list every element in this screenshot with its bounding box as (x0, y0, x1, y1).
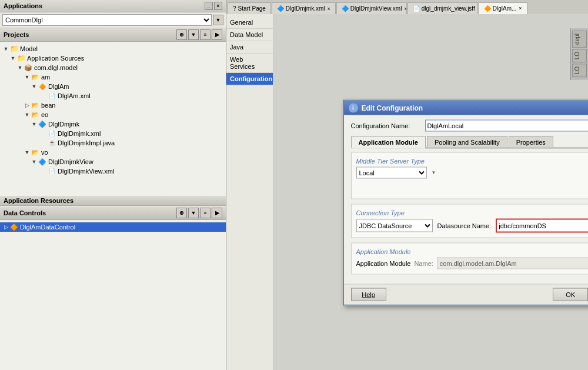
tab-close-dmjmk[interactable]: × (328, 6, 330, 12)
xml-icon-dmjmk: 📄 (47, 129, 56, 138)
dialog-tab-properties[interactable]: Properties (509, 136, 553, 147)
content-area: General Data Model Java Web Services Con… (226, 14, 588, 370)
search-project-btn[interactable]: ⊕ (176, 29, 187, 40)
tab-icon-start: ? (233, 5, 236, 12)
bean-icon: 📂 (31, 101, 40, 109)
tree-item-package[interactable]: ▼ 📦 com.dlgl.model (0, 63, 226, 72)
tab-label-dmjmk: DlglDmjmk.xml (286, 5, 325, 12)
datasource-name-input[interactable] (497, 219, 588, 231)
tree-item-eo[interactable]: ▼ 📂 eo (0, 110, 226, 119)
conn-section-label: Connection Type (356, 209, 589, 216)
ok-button[interactable]: OK (553, 288, 588, 301)
label-bean: bean (41, 102, 55, 109)
expander-am[interactable]: ▼ (24, 74, 31, 81)
expander-model[interactable]: ▼ (2, 45, 9, 52)
tab-close-dmjmkview[interactable]: × (404, 6, 406, 12)
tree-item-vo[interactable]: ▼ 📂 vo (0, 148, 226, 157)
dialog-tab-app-module[interactable]: Application Module (351, 136, 426, 148)
expander-bean[interactable]: ▷ (24, 102, 31, 109)
tab-close-dlglam[interactable]: × (519, 5, 522, 11)
app-module-section-label: Application Module (356, 248, 589, 255)
package-icon: 📦 (24, 64, 33, 72)
filter-btn[interactable]: ▼ (188, 29, 199, 40)
sort-dc-btn[interactable]: ≡ (200, 208, 211, 218)
label-dlgldmjmk-java: DlglDmjmkImpl.java (58, 139, 115, 146)
more-dc-btn[interactable]: ▶ (212, 208, 222, 218)
nav-data-model[interactable]: Data Model (226, 29, 273, 41)
tier-dropdown-icon: ▼ (430, 169, 437, 176)
expander-app-sources[interactable]: ▼ (9, 55, 16, 62)
app-module-row: Application Module Name: (356, 257, 589, 269)
tab-icon-dmjmkview: 🔷 (342, 5, 349, 12)
tree-item-am[interactable]: ▼ 📂 am (0, 72, 226, 82)
tree-item-bean[interactable]: ▷ 📂 bean (0, 101, 226, 110)
left-nav: General Data Model Java Web Services Con… (226, 14, 273, 370)
content-main: depl LO LO i Edit Configuration × (273, 14, 588, 370)
label-app-sources: Application Sources (27, 55, 84, 62)
conn-type-select[interactable]: JDBC DataSource (356, 219, 433, 232)
expander-package[interactable]: ▼ (16, 64, 24, 71)
sort-btn[interactable]: ≡ (200, 29, 211, 40)
more-btn[interactable]: ▶ (212, 29, 222, 40)
tree-item-dlgldmjmkview-xml[interactable]: ▷ 📄 DlglDmjmkView.xml (0, 166, 226, 176)
tree-item-dlglam[interactable]: ▼ 🔶 DlglAm (0, 82, 226, 91)
nav-web-services[interactable]: Web Services (226, 54, 273, 73)
tree-item-dlgldmjmk-java[interactable]: ▷ ☕ DlglDmjmkImpl.java (0, 138, 226, 148)
tree-item-dlgldmjmkview[interactable]: ▼ 🔷 DlglDmjmkView (0, 157, 226, 166)
help-button[interactable]: Help (351, 288, 386, 301)
app-module-field-label: Application Module (356, 259, 411, 266)
expander-dc[interactable]: ▷ (2, 224, 9, 231)
tree-item-dlgldmjmk[interactable]: ▼ 🔷 DlglDmjmk (0, 119, 226, 129)
tab-jsff[interactable]: 📄 dlgl_dmjmk_view.jsff × (407, 2, 478, 14)
tree-item-app-sources[interactable]: ▼ 📁 Application Sources (0, 54, 226, 63)
config-name-label: Configuration Name: (351, 122, 422, 129)
search-dc-btn[interactable]: ⊕ (176, 208, 187, 218)
tab-dlgldmjmkview-xml[interactable]: 🔷 DlglDmjmkView.xml × (336, 2, 407, 14)
minimize-btn[interactable]: _ (205, 2, 213, 10)
am-file-icon: 🔶 (38, 82, 47, 91)
nav-java[interactable]: Java (226, 41, 273, 54)
eo-file-icon: 🔷 (38, 120, 47, 128)
app-resources-label: Application Resources (4, 197, 74, 204)
vo-file-icon: 🔷 (38, 158, 47, 166)
expander-dlgldmjmk[interactable]: ▼ (31, 121, 38, 128)
nav-general[interactable]: General (226, 16, 273, 29)
tab-dlgldmjmk-xml[interactable]: 🔷 DlglDmjmk.xml × (272, 2, 336, 14)
edit-configuration-dialog: i Edit Configuration × Configuration Nam… (343, 99, 589, 305)
tree-item-dlgldmjmk-xml[interactable]: ▷ 📄 DlglDmjmk.xml (0, 129, 226, 138)
nav-configuration[interactable]: Configuration (226, 73, 273, 85)
dropdown-arrow-btn[interactable]: ▼ (213, 15, 223, 25)
tab-dlglam[interactable]: 🔶 DlglAm... × (479, 2, 527, 14)
folder-icon-app-sources: 📁 (16, 54, 26, 62)
tab-icon-dmjmk: 🔷 (277, 5, 284, 12)
dialog-tab-pooling[interactable]: Pooling and Scalability (427, 136, 507, 147)
expander-eo[interactable]: ▼ (24, 111, 31, 118)
vo-icon: 📂 (31, 148, 40, 156)
label-model: Model (20, 45, 38, 52)
close-left-panel-btn[interactable]: × (214, 2, 222, 10)
conn-row: JDBC DataSource Datasource Name: ▼ (356, 218, 589, 232)
label-package: com.dlgl.model (34, 64, 78, 71)
config-name-input[interactable] (425, 119, 589, 131)
application-select[interactable]: CommonDlgl (2, 14, 212, 26)
tab-close-jsff[interactable]: × (477, 6, 478, 12)
label-dlgldmjmk-xml: DlglDmjmk.xml (58, 130, 101, 137)
tier-type-select[interactable]: Local (356, 166, 427, 178)
tree-item-data-control[interactable]: ▷ 🔶 DlglAmDataControl (0, 222, 226, 232)
conn-section: Connection Type JDBC DataSource Datasour… (351, 204, 589, 238)
tree-item-model[interactable]: ▼ 📁 Model (0, 44, 226, 54)
app-module-section: Application Module Application Module Na… (351, 242, 589, 274)
tree-item-dlglam-xml[interactable]: ▷ 📄 DlglAm.xml (0, 91, 226, 101)
dialog-footer: Help OK Cancel (344, 284, 589, 304)
dialog-tabs: Application Module Pooling and Scalabili… (351, 136, 589, 148)
expander-dlgldmjmkview[interactable]: ▼ (31, 158, 38, 165)
expander-dlglam[interactable]: ▼ (31, 83, 38, 90)
filter-dc-btn[interactable]: ▼ (188, 208, 199, 218)
tab-start-page[interactable]: ? Start Page (228, 2, 271, 14)
app-module-name-sublabel: Name: (414, 259, 433, 266)
folder-icon-model: 📁 (9, 45, 19, 53)
dialog-body: Configuration Name: Application Module P… (344, 115, 589, 284)
tab-label-dlglam: DlglAm... (493, 5, 517, 12)
label-dlgldmjmkview-xml: DlglDmjmkView.xml (58, 168, 114, 175)
expander-vo[interactable]: ▼ (24, 149, 31, 156)
